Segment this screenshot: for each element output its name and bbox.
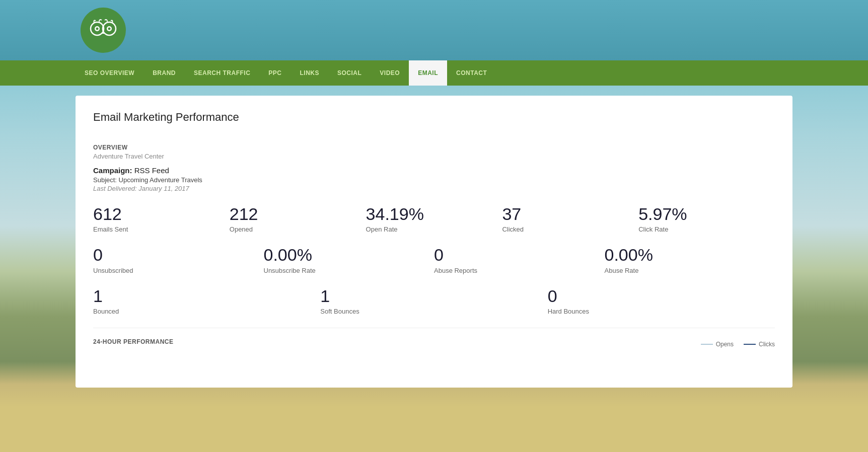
stat-item: 212Opened [230,205,366,233]
stat-item: 5.97%Click Rate [638,205,775,233]
overview-section: OVERVIEW Adventure Travel Center [93,144,775,160]
stat-label: Unsubscribed [93,267,264,274]
stat-value: 37 [502,205,638,223]
overview-subtitle: Adventure Travel Center [93,153,775,160]
nav-item-seo-overview[interactable]: SEO OVERVIEW [76,60,143,86]
logo-icon [88,18,118,43]
stat-label: Abuse Reports [434,267,605,274]
stat-label: Hard Bounces [548,308,775,315]
nav-item-brand[interactable]: BRAND [143,60,185,86]
stat-label: Opened [230,225,366,233]
nav-item-search-traffic[interactable]: SEARCH TRAFFIC [185,60,259,86]
stat-item: 0Hard Bounces [548,287,775,315]
stat-value: 1 [320,287,547,306]
performance-title: 24-HOUR PERFORMANCE [93,338,174,345]
legend-clicks-line [744,344,756,345]
nav-bar: SEO OVERVIEW BRAND SEARCH TRAFFIC PPC LI… [0,60,868,86]
subject-line: Subject: Upcoming Adventure Travels [93,176,775,184]
chart-legend: Opens Clicks [701,341,775,348]
stat-value: 5.97% [638,205,775,223]
campaign-info: Campaign: RSS Feed Subject: Upcoming Adv… [93,166,775,192]
stat-item: 37Clicked [502,205,638,233]
stat-label: Click Rate [638,225,775,233]
stat-value: 0 [548,287,775,306]
stat-item: 0.00%Abuse Rate [605,246,775,274]
stat-value: 0 [93,246,264,264]
legend-opens-line [701,344,713,345]
overview-label: OVERVIEW [93,144,775,151]
nav-item-contact[interactable]: CONTACT [447,60,496,86]
performance-section: 24-HOUR PERFORMANCE Opens Clicks [93,328,775,348]
stat-value: 0.00% [605,246,775,264]
stat-value: 612 [93,205,230,223]
campaign-name: Campaign: RSS Feed [93,166,775,175]
stat-item: 34.19%Open Rate [366,205,502,233]
last-delivered-text: January 11, 2017 [138,185,189,192]
legend-clicks: Clicks [744,341,775,348]
header-logo-area [0,0,868,60]
main-content: Email Marketing Performance OVERVIEW Adv… [0,86,868,408]
stats-row-1: 612Emails Sent212Opened34.19%Open Rate37… [93,205,775,233]
stat-value: 0 [434,246,605,264]
subject-label: Subject: [93,176,117,184]
stats-row-2: 0Unsubscribed0.00%Unsubscribe Rate0Abuse… [93,246,775,274]
svg-point-4 [96,28,99,30]
legend-opens-label: Opens [716,341,734,348]
stat-item: 1Bounced [93,287,320,315]
stat-label: Soft Bounces [320,308,547,315]
stat-item: 612Emails Sent [93,205,230,233]
stat-item: 1Soft Bounces [320,287,547,315]
stat-label: Open Rate [366,225,502,233]
stat-label: Abuse Rate [605,267,775,274]
stat-label: Emails Sent [93,225,230,233]
legend-opens: Opens [701,341,734,348]
svg-point-5 [108,28,111,30]
nav-item-social[interactable]: SOCIAL [328,60,371,86]
logo [81,8,126,53]
legend-clicks-label: Clicks [759,341,775,348]
stat-value: 0.00% [264,246,435,264]
stat-item: 0Abuse Reports [434,246,605,274]
stat-label: Unsubscribe Rate [264,267,435,274]
nav-item-video[interactable]: VIDEO [371,60,409,86]
stat-value: 212 [230,205,366,223]
nav-item-ppc[interactable]: PPC [259,60,291,86]
stat-item: 0Unsubscribed [93,246,264,274]
stat-label: Clicked [502,225,638,233]
subject-text: Upcoming Adventure Travels [119,176,202,184]
page-title: Email Marketing Performance [93,111,775,131]
last-delivered: Last Delivered: January 11, 2017 [93,185,775,192]
nav-item-email[interactable]: EMAIL [409,60,447,86]
campaign-label: Campaign: [93,166,132,175]
campaign-value: RSS Feed [134,166,169,175]
stat-label: Bounced [93,308,320,315]
stat-value: 1 [93,287,320,306]
nav-item-links[interactable]: LINKS [291,60,329,86]
stat-value: 34.19% [366,205,502,223]
content-card: Email Marketing Performance OVERVIEW Adv… [76,96,792,388]
last-delivered-label: Last Delivered: [93,185,137,192]
stat-item: 0.00%Unsubscribe Rate [264,246,435,274]
stats-row-3: 1Bounced1Soft Bounces0Hard Bounces [93,287,775,315]
main-nav: SEO OVERVIEW BRAND SEARCH TRAFFIC PPC LI… [0,60,496,86]
